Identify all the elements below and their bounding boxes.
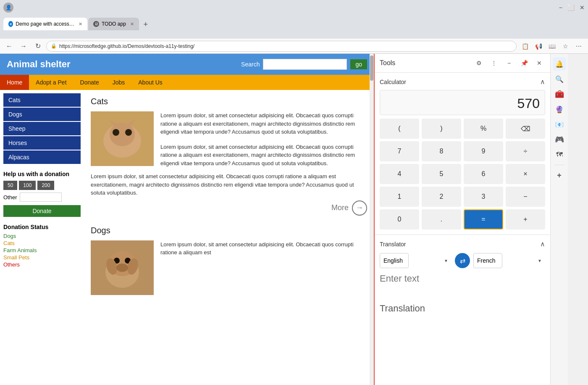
calc-decimal[interactable]: . bbox=[422, 209, 461, 229]
notifications-icon[interactable]: 🔔 bbox=[553, 57, 566, 71]
nav-about[interactable]: About Us bbox=[131, 75, 169, 90]
calc-5[interactable]: 5 bbox=[422, 164, 461, 184]
games-icon[interactable]: 🎮 bbox=[553, 133, 566, 146]
main-area: Animal shelter Search go Home Adopt a Pe… bbox=[0, 54, 588, 385]
source-lang-select[interactable]: English French Spanish German bbox=[380, 253, 409, 268]
sidebar-dogs[interactable]: Dogs bbox=[3, 108, 81, 121]
shelter-nav: Home Adopt a Pet Donate Jobs About Us bbox=[0, 75, 374, 90]
cats-para-2: Lorem ipsum dolor, sit amet consectetur … bbox=[160, 143, 367, 168]
amount-50[interactable]: 50 bbox=[3, 181, 17, 190]
more-nav-icon[interactable]: ⋯ bbox=[573, 40, 585, 52]
target-lang-wrapper: French English Spanish German bbox=[473, 253, 545, 268]
calc-percent[interactable]: % bbox=[464, 119, 503, 139]
calc-subtract[interactable]: − bbox=[506, 187, 545, 207]
calc-6[interactable]: 6 bbox=[464, 164, 503, 184]
tab-demo-close[interactable]: ✕ bbox=[79, 21, 82, 27]
tools-minimize-button[interactable]: − bbox=[503, 57, 515, 69]
maps-icon[interactable]: 🗺 bbox=[553, 148, 566, 161]
amount-100[interactable]: 100 bbox=[19, 181, 36, 190]
other-amount-input[interactable] bbox=[20, 192, 62, 202]
nav-donate[interactable]: Donate bbox=[74, 75, 106, 90]
user-avatar[interactable]: 👤 bbox=[3, 3, 13, 13]
status-small-pets: Small Pets bbox=[3, 254, 81, 261]
tab-todo[interactable]: ☑ TODO app ✕ bbox=[88, 18, 139, 30]
svg-point-12 bbox=[116, 264, 128, 272]
donate-button[interactable]: Donate bbox=[3, 205, 81, 217]
dogs-title: Dogs bbox=[91, 226, 367, 235]
translator-input[interactable] bbox=[380, 273, 545, 298]
calc-open-paren[interactable]: ( bbox=[380, 119, 419, 139]
outlook-icon[interactable]: 📧 bbox=[553, 118, 566, 131]
restore-window[interactable]: ⬜ bbox=[567, 4, 575, 11]
sidebar-sheep[interactable]: Sheep bbox=[3, 122, 81, 135]
calc-add[interactable]: + bbox=[506, 209, 545, 229]
status-cats: Cats bbox=[3, 240, 81, 246]
cats-more-link[interactable]: More → bbox=[91, 200, 367, 216]
close-window[interactable]: ✕ bbox=[580, 4, 585, 11]
search-sidebar-icon[interactable]: 🔍 bbox=[553, 72, 566, 86]
search-input[interactable] bbox=[263, 59, 347, 70]
tab-todo-close[interactable]: ✕ bbox=[130, 21, 134, 27]
title-bar-left: 👤 bbox=[3, 3, 13, 13]
sidebar-bottom: ⚙ bbox=[553, 383, 566, 385]
scrollbar-thumb[interactable] bbox=[370, 55, 373, 81]
calc-0[interactable]: 0 bbox=[380, 209, 419, 229]
calc-8[interactable]: 8 bbox=[422, 141, 461, 161]
refresh-button[interactable]: ↻ bbox=[32, 40, 44, 52]
sidebar-separator bbox=[554, 165, 564, 165]
status-others: Others bbox=[3, 261, 81, 268]
address-bar[interactable]: 🔒 https://microsoftedge.github.io/Demos/… bbox=[46, 41, 517, 52]
tools-pin-button[interactable]: 📌 bbox=[518, 57, 530, 69]
new-tab-button[interactable]: + bbox=[140, 18, 152, 30]
nav-adopt[interactable]: Adopt a Pet bbox=[29, 75, 73, 90]
target-lang-select[interactable]: French English Spanish German bbox=[473, 253, 502, 268]
favorites-icon[interactable]: ☆ bbox=[559, 40, 571, 52]
nav-home[interactable]: Home bbox=[0, 75, 29, 90]
svg-point-4 bbox=[125, 129, 132, 136]
calc-equals[interactable]: = bbox=[464, 209, 503, 229]
swap-languages-button[interactable]: ⇄ bbox=[455, 253, 470, 268]
sidebar-cats[interactable]: Cats bbox=[3, 93, 81, 107]
tab-demo[interactable]: e Demo page with accessibility iss ✕ bbox=[3, 18, 87, 30]
translator-collapse-icon[interactable]: ∧ bbox=[540, 240, 545, 248]
back-button[interactable]: ← bbox=[3, 40, 15, 52]
nav-jobs[interactable]: Jobs bbox=[106, 75, 132, 90]
settings-sidebar-icon[interactable]: ⚙ bbox=[553, 383, 566, 385]
calc-9[interactable]: 9 bbox=[464, 141, 503, 161]
tools-filter-icon[interactable]: ⚙ bbox=[473, 57, 485, 69]
calculator-section: Calculator ∧ 570 ( ) % ⌫ 7 8 9 ÷ 4 5 6 ×… bbox=[375, 73, 550, 235]
calc-2[interactable]: 2 bbox=[422, 187, 461, 207]
calc-divide[interactable]: ÷ bbox=[506, 141, 545, 161]
tools-close-button[interactable]: ✕ bbox=[533, 57, 545, 69]
read-aloud-icon[interactable]: 📢 bbox=[533, 40, 544, 52]
calc-multiply[interactable]: × bbox=[506, 164, 545, 184]
calc-4[interactable]: 4 bbox=[380, 164, 419, 184]
calc-7[interactable]: 7 bbox=[380, 141, 419, 161]
collections-icon[interactable]: 🧰 bbox=[553, 87, 566, 101]
extensions-icon[interactable]: 🔮 bbox=[553, 103, 566, 116]
dogs-section: Dogs bbox=[91, 226, 367, 295]
sidebar-alpacas[interactable]: Alpacas bbox=[3, 150, 81, 164]
calc-3[interactable]: 3 bbox=[464, 187, 503, 207]
todo-favicon: ☑ bbox=[93, 21, 99, 27]
search-go-button[interactable]: go bbox=[350, 59, 367, 69]
add-sidebar-button[interactable]: + bbox=[553, 169, 566, 182]
tools-title: Tools bbox=[380, 59, 395, 67]
calc-collapse-icon[interactable]: ∧ bbox=[540, 78, 545, 86]
cats-image bbox=[91, 111, 154, 166]
cats-section: Cats bbox=[91, 97, 367, 216]
tools-more-icon[interactable]: ⋮ bbox=[488, 57, 500, 69]
amount-200[interactable]: 200 bbox=[37, 181, 54, 190]
immersive-reader-icon[interactable]: 📖 bbox=[546, 40, 558, 52]
forward-button[interactable]: → bbox=[18, 40, 29, 52]
collections-nav-icon[interactable]: 📋 bbox=[519, 40, 531, 52]
scrollbar[interactable] bbox=[370, 54, 374, 385]
status-title: Donation Status bbox=[3, 224, 81, 230]
sidebar-horses[interactable]: Horses bbox=[3, 136, 81, 150]
calc-1[interactable]: 1 bbox=[380, 187, 419, 207]
calc-close-paren[interactable]: ) bbox=[422, 119, 461, 139]
title-bar: 👤 − ⬜ ✕ bbox=[0, 0, 588, 15]
calc-backspace[interactable]: ⌫ bbox=[506, 119, 545, 139]
source-lang-wrapper: English French Spanish German bbox=[380, 253, 452, 268]
minimize-window[interactable]: − bbox=[559, 4, 562, 11]
